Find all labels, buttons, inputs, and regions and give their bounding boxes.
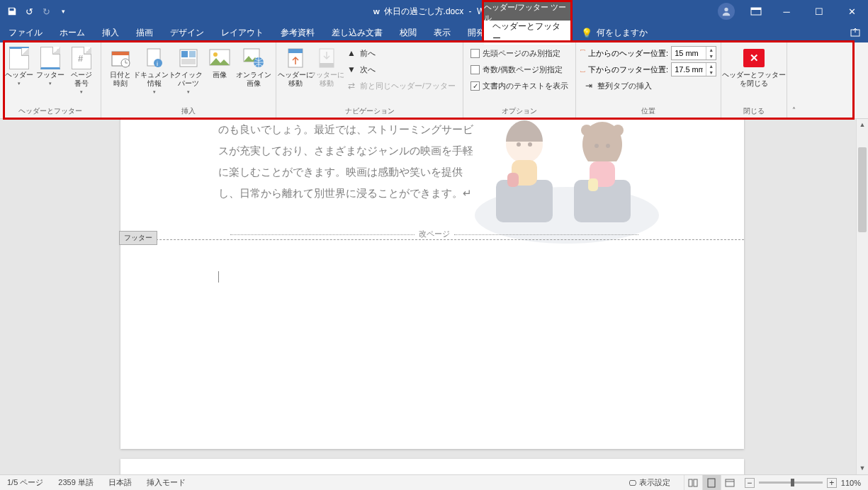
tab-insert[interactable]: 挿入 xyxy=(94,23,128,42)
different-first-page-checkbox[interactable]: 先頭ページのみ別指定 xyxy=(468,45,571,61)
svg-rect-23 xyxy=(320,63,334,67)
tell-me-search[interactable]: 💡 何をしますか xyxy=(581,23,648,42)
tab-design[interactable]: デザイン xyxy=(162,23,213,42)
next-section-button[interactable]: ▼次へ xyxy=(343,62,458,77)
display-settings[interactable]: 🖵表示設定 xyxy=(621,477,678,488)
show-document-text-checkbox[interactable]: ✓文書内のテキストを表示 xyxy=(468,78,571,93)
document-info-icon: i xyxy=(143,47,166,69)
document-area: のも良いでしょう。最近では、ストリーミングサービスが充実しており、さまざまなジャ… xyxy=(0,119,868,474)
ribbon-display-options-icon[interactable] xyxy=(742,0,770,23)
share-button[interactable] xyxy=(848,25,862,40)
tab-references[interactable]: 参考資料 xyxy=(272,23,323,42)
lightbulb-icon: 💡 xyxy=(581,28,592,38)
monitor-icon: 🖵 xyxy=(629,479,636,487)
svg-point-33 xyxy=(581,125,592,136)
save-icon[interactable] xyxy=(7,6,17,16)
scroll-up-icon[interactable]: ▲ xyxy=(857,119,868,131)
language-status[interactable]: 日本語 xyxy=(101,477,140,488)
chevron-down-icon: ▾ xyxy=(80,89,83,95)
svg-point-36 xyxy=(594,144,599,148)
group-header-footer: ヘッダー▾ フッター▾ ページ 番号▾ ヘッダーとフッター xyxy=(0,42,101,118)
group-insert: 日付と 時刻 i ドキュメント 情報▾ クイック パーツ▾ 画像 オンライン 画… xyxy=(101,42,276,118)
insert-mode[interactable]: 挿入モード xyxy=(140,477,193,488)
qat-customize-icon[interactable]: ▾ xyxy=(58,6,68,16)
page-1[interactable]: のも良いでしょう。最近では、ストリーミングサービスが充実しており、さまざまなジャ… xyxy=(120,119,744,449)
svg-rect-31 xyxy=(507,173,519,187)
svg-rect-4 xyxy=(751,8,761,10)
print-layout-button[interactable] xyxy=(702,475,721,491)
online-pictures-button[interactable]: オンライン 画像 xyxy=(236,45,271,88)
online-picture-icon xyxy=(242,47,265,69)
tab-draw[interactable]: 描画 xyxy=(128,23,162,42)
group-label: 閉じる xyxy=(726,105,782,118)
alignment-tab-icon: ⇥ xyxy=(583,80,594,91)
different-odd-even-checkbox[interactable]: 奇数/偶数ページ別指定 xyxy=(468,62,571,77)
footer-from-bottom-icon: ⎵ xyxy=(580,65,585,74)
page-footer-icon xyxy=(40,47,60,69)
spinner-arrows[interactable]: ▲▼ xyxy=(706,63,716,76)
svg-point-29 xyxy=(517,142,521,147)
insert-alignment-tab-button[interactable]: ⇥整列タブの挿入 xyxy=(580,78,716,93)
date-time-button[interactable]: 日付と 時刻 xyxy=(106,45,135,88)
pictures-button[interactable]: 画像 xyxy=(205,45,235,79)
collapse-ribbon-button[interactable]: ˄ xyxy=(787,42,800,118)
goto-footer-button[interactable]: フッターに 移動 xyxy=(312,45,342,88)
link-to-previous-button[interactable]: ⇄前と同じヘッダー/フッター xyxy=(343,78,458,93)
chevron-down-icon: ▾ xyxy=(187,89,190,95)
svg-text:i: i xyxy=(157,60,158,67)
page-2[interactable]: ヘッダー ドライブ↵ ↵ xyxy=(120,459,744,474)
tab-mailings[interactable]: 差し込み文書 xyxy=(323,23,391,42)
svg-point-37 xyxy=(606,144,610,148)
goto-footer-icon xyxy=(315,47,338,69)
doc-info-button[interactable]: i ドキュメント 情報▾ xyxy=(137,45,172,95)
zoom-slider-thumb[interactable] xyxy=(791,479,794,486)
group-label: オプション xyxy=(468,105,571,118)
previous-section-button[interactable]: ▲前へ xyxy=(343,45,458,61)
scroll-down-icon[interactable]: ▼ xyxy=(857,462,868,474)
account-avatar[interactable] xyxy=(718,3,735,20)
tab-file[interactable]: ファイル xyxy=(0,23,51,42)
footer-from-bottom-input[interactable]: ▲▼ xyxy=(671,62,716,76)
goto-header-button[interactable]: ヘッダーに 移動 xyxy=(281,45,310,88)
svg-rect-14 xyxy=(189,51,196,57)
minimize-button[interactable]: ─ xyxy=(770,0,803,23)
window-title: W 休日の過ごし方.docx - Word xyxy=(371,6,497,18)
zoom-percent[interactable]: 110% xyxy=(841,479,861,487)
header-from-top-input[interactable]: ▲▼ xyxy=(671,46,716,60)
redo-icon[interactable]: ↻ xyxy=(41,6,51,16)
close-header-footer-button[interactable]: ✕ ヘッダーとフッター を閉じる xyxy=(726,45,782,88)
tab-home[interactable]: ホーム xyxy=(51,23,94,42)
scrollbar-thumb[interactable] xyxy=(858,147,867,232)
svg-rect-25 xyxy=(496,180,553,222)
group-navigation: ヘッダーに 移動 フッターに 移動 ▲前へ ▼次へ ⇄前と同じヘッダー/フッター… xyxy=(276,42,463,118)
page-count[interactable]: 1/5 ページ xyxy=(0,477,51,488)
vertical-scrollbar[interactable]: ▲ ▼ xyxy=(856,119,868,474)
zoom-in-button[interactable]: + xyxy=(827,478,837,488)
calendar-icon xyxy=(109,47,132,69)
read-mode-button[interactable] xyxy=(684,475,702,491)
web-layout-button[interactable] xyxy=(721,475,739,491)
zoom-out-button[interactable]: − xyxy=(745,478,755,488)
word-count[interactable]: 2359 単語 xyxy=(51,477,101,488)
tab-review[interactable]: 校閲 xyxy=(391,23,425,42)
contextual-tab-wrap: ヘッダーとフッター xyxy=(482,23,573,42)
page-number-button[interactable]: ページ 番号▾ xyxy=(67,45,96,95)
undo-icon[interactable]: ↺ xyxy=(24,6,34,16)
header-gallery-button[interactable]: ヘッダー▾ xyxy=(4,45,34,86)
close-window-button[interactable]: ✕ xyxy=(835,0,868,23)
zoom-slider[interactable] xyxy=(759,482,823,484)
quick-parts-button[interactable]: クイック パーツ▾ xyxy=(174,45,203,95)
footer-from-bottom-value[interactable] xyxy=(672,65,706,74)
svg-rect-21 xyxy=(288,49,303,53)
tab-layout[interactable]: レイアウト xyxy=(213,23,272,42)
contextual-tool-label: ヘッダー/フッター ツール xyxy=(482,0,573,23)
group-label: 挿入 xyxy=(106,105,271,118)
document-body-text[interactable]: のも良いでしょう。最近では、ストリーミングサービスが充実しており、さまざまなジャ… xyxy=(218,119,480,204)
footer-gallery-button[interactable]: フッター▾ xyxy=(35,45,65,86)
maximize-button[interactable]: ☐ xyxy=(803,0,835,23)
tab-view[interactable]: 表示 xyxy=(425,23,459,42)
svg-point-34 xyxy=(612,125,624,136)
spinner-arrows[interactable]: ▲▼ xyxy=(706,47,716,59)
header-from-top-value[interactable] xyxy=(672,49,706,57)
tab-header-footer[interactable]: ヘッダーとフッター xyxy=(484,21,570,45)
